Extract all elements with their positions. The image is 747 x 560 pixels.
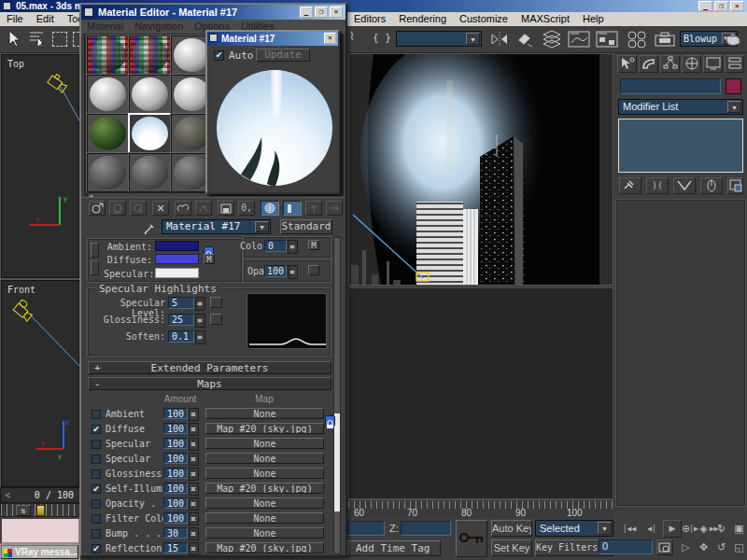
material-editor-minimize-button[interactable]: _ (300, 7, 313, 18)
map-amount-spinner[interactable] (189, 512, 199, 525)
map-checkbox[interactable]: ✔ (92, 425, 101, 434)
opacity-spinner[interactable] (288, 265, 298, 279)
map-checkbox[interactable] (92, 529, 101, 539)
self-illum-spinner[interactable] (288, 240, 298, 254)
map-amount-field[interactable]: 100 (163, 438, 188, 449)
tab-utilities[interactable] (725, 55, 744, 73)
go-to-parent-icon[interactable] (305, 201, 322, 216)
map-checkbox[interactable] (92, 499, 101, 509)
time-slider-updown-icon[interactable]: ⇅ (16, 505, 31, 516)
ambient-diffuse-lock-left[interactable] (91, 243, 99, 258)
modifier-list-dropdown[interactable]: Modifier List ▼ (618, 99, 743, 115)
specular-color-swatch[interactable] (155, 268, 199, 278)
diffuse-color-swatch[interactable] (155, 254, 199, 264)
main-close-button[interactable]: ✕ (730, 1, 744, 11)
map-slot-button[interactable]: None (205, 497, 324, 509)
preview-title-bar[interactable]: Material #17 (207, 32, 338, 46)
arc-rotate-selected-icon[interactable]: ↺ (713, 539, 729, 555)
named-selection-dropdown[interactable]: ▼ (396, 31, 482, 47)
go-forward-to-sibling-icon[interactable] (326, 201, 343, 216)
maxscript-mini-listener[interactable] (0, 517, 80, 544)
map-slot-button[interactable]: None (205, 527, 324, 539)
material-editor-close-button[interactable]: ✕ (330, 7, 343, 18)
viewport-camera[interactable] (348, 53, 613, 286)
make-unique-icon[interactable] (195, 201, 212, 216)
map-amount-field[interactable]: 30 (163, 527, 188, 539)
material-slot-11[interactable] (129, 153, 171, 192)
diffuse-map-button-small[interactable]: M (204, 254, 215, 264)
map-slot-button[interactable]: Map #20 (sky.jpg) (205, 542, 324, 553)
make-unique-button[interactable] (673, 177, 696, 194)
configure-modifier-sets-button[interactable] (727, 177, 743, 194)
sky-preview-sphere[interactable] (215, 66, 334, 191)
track-bar[interactable]: 60 70 80 90 100 (348, 499, 613, 518)
modifier-stack[interactable] (618, 119, 743, 173)
material-slot-5[interactable] (129, 75, 171, 114)
material-slot-10[interactable] (87, 153, 129, 192)
map-amount-spinner[interactable] (189, 408, 199, 421)
material-editor-scrollbar[interactable] (333, 237, 341, 554)
viewport-top[interactable]: Top yx (1, 54, 79, 278)
time-slider-back-icon[interactable]: < (5, 488, 10, 502)
show-end-result-icon[interactable] (283, 201, 302, 216)
map-slot-button[interactable]: None (205, 438, 324, 449)
tab-display[interactable] (703, 55, 723, 73)
schematic-view-icon[interactable] (596, 30, 618, 49)
update-button[interactable]: Update (256, 49, 310, 62)
selection-filter-dropdown[interactable]: Selected ▼ (535, 520, 613, 537)
layer-manager-icon[interactable] (542, 30, 562, 49)
previous-frame-button[interactable]: ◀| (643, 522, 660, 537)
material-editor-icon[interactable] (626, 30, 648, 49)
render-setup-icon[interactable] (654, 30, 676, 49)
tab-hierarchy[interactable] (660, 55, 680, 73)
go-to-start-button[interactable]: |◀◀ (618, 522, 641, 537)
ambient-color-swatch[interactable] (155, 241, 199, 251)
rollout-extended-parameters[interactable]: + Extended Parameters (88, 361, 331, 374)
make-material-copy-icon[interactable] (175, 201, 191, 216)
specular-level-map-button-small[interactable] (210, 297, 222, 308)
add-time-tag-button[interactable]: Add Time Tag (347, 540, 441, 556)
auto-update-checkbox[interactable]: ✔ (214, 50, 224, 61)
map-checkbox[interactable] (92, 410, 101, 419)
tab-modify[interactable] (639, 55, 658, 73)
assign-material-to-selection-icon[interactable] (130, 201, 147, 216)
show-end-result-button[interactable]: )( (646, 177, 669, 194)
material-slot-7[interactable] (87, 114, 129, 153)
soften-spinner[interactable] (195, 330, 205, 344)
pick-material-from-object-icon[interactable] (143, 220, 158, 235)
menu-edit[interactable]: Edit (30, 12, 61, 26)
rollout-maps[interactable]: - Maps (88, 377, 331, 390)
material-slot-8[interactable] (129, 114, 171, 153)
tab-motion[interactable] (682, 55, 701, 73)
quick-render-teapot-icon[interactable] (722, 30, 744, 49)
put-to-library-icon[interactable] (218, 201, 234, 216)
menu-maxscript[interactable]: MAXScript (514, 12, 576, 26)
map-slot-button[interactable]: None (205, 453, 324, 464)
menu-customize[interactable]: Customize (453, 12, 514, 26)
opacity-value-field[interactable]: 100 (264, 265, 287, 277)
menu-rendering[interactable]: Rendering (392, 12, 453, 26)
named-selection-sets-icon[interactable]: { } (372, 32, 392, 47)
object-color-swatch[interactable] (726, 78, 741, 94)
map-slot-button[interactable]: Map #20 (sky.jpg) (205, 423, 324, 434)
map-checkbox[interactable] (92, 440, 101, 449)
map-amount-spinner[interactable] (189, 542, 199, 555)
pan-icon[interactable]: ✥ (696, 539, 712, 555)
zoom-extents-icon[interactable]: ⊕ (678, 521, 694, 537)
menu-help[interactable]: Help (576, 12, 611, 26)
preview-close-button[interactable]: ✕ (324, 33, 336, 44)
viewport-lower[interactable] (348, 287, 613, 499)
select-object-icon[interactable] (6, 30, 22, 49)
viewport-front[interactable]: Front yxz (1, 280, 79, 487)
curve-editor-icon[interactable] (568, 30, 590, 49)
shader-type-button[interactable]: Standard (280, 219, 332, 234)
glossiness-spinner[interactable] (195, 314, 205, 328)
map-checkbox[interactable]: ✔ (92, 544, 101, 553)
main-minimize-button[interactable]: _ (698, 1, 712, 11)
specular-level-spinner[interactable] (195, 297, 205, 311)
material-name-dropdown[interactable]: Material #17 ▼ (162, 219, 271, 234)
zoom-extents-all-icon[interactable]: ◈ (696, 521, 712, 537)
pin-stack-button[interactable] (619, 177, 641, 194)
set-key-button[interactable]: Set Key (491, 539, 532, 556)
rectangular-selection-region-icon[interactable] (52, 32, 67, 47)
